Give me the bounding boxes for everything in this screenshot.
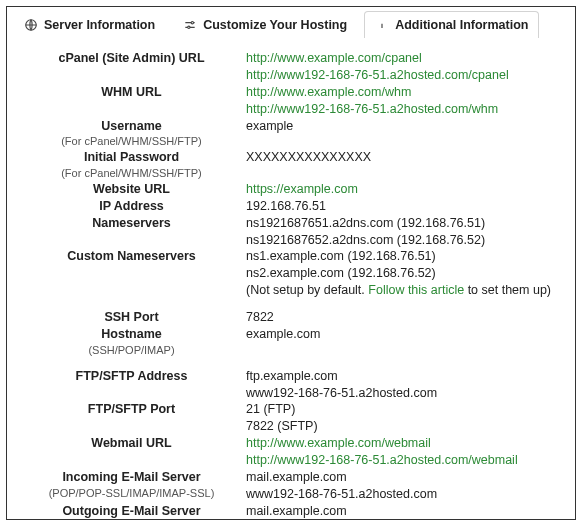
row-webmail-url: Webmail URL http://www.example.com/webma… — [21, 435, 561, 469]
whm-url-primary-link[interactable]: http://www.example.com/whm — [246, 85, 411, 99]
field-label: Hostname — [21, 326, 242, 343]
ftp-port-2: 7822 (SFTP) — [246, 418, 561, 435]
webmail-url-primary-link[interactable]: http://www.example.com/webmail — [246, 436, 431, 450]
additional-info-panel: cPanel (Site Admin) URL http://www.examp… — [7, 38, 575, 520]
field-label: Website URL — [21, 181, 242, 198]
row-website-url: Website URL https://example.com — [21, 181, 561, 198]
tab-additional-information[interactable]: Additional Information — [364, 11, 539, 38]
field-sublabel: (For cPanel/WHM/SSH/FTP) — [21, 134, 242, 149]
username-value: example — [246, 118, 561, 135]
svg-point-1 — [191, 22, 193, 24]
field-label: WHM URL — [21, 84, 242, 101]
incoming-mail-1: mail.example.com — [246, 469, 561, 486]
webmail-url-alt-link[interactable]: http://www192-168-76-51.a2hosted.com/web… — [246, 453, 518, 467]
row-cpanel-url: cPanel (Site Admin) URL http://www.examp… — [21, 50, 561, 84]
ip-address-value: 192.168.76.51 — [246, 198, 561, 215]
field-sublabel: (POP/POP-SSL/IMAP/IMAP-SSL) — [21, 486, 242, 501]
note-text-post: to set them up) — [464, 283, 551, 297]
row-ftp-address: FTP/SFTP Address ftp.example.com www192-… — [21, 368, 561, 402]
row-initial-password: Initial Password (For cPanel/WHM/SSH/FTP… — [21, 149, 561, 181]
field-label: IP Address — [21, 198, 242, 215]
outgoing-mail-1: mail.example.com — [246, 503, 561, 520]
sliders-icon — [183, 18, 197, 32]
tab-label: Additional Information — [395, 18, 528, 32]
custom-nameserver-help-link[interactable]: Follow this article — [368, 283, 464, 297]
globe-icon — [24, 18, 38, 32]
row-ftp-port: FTP/SFTP Port 21 (FTP) 7822 (SFTP) — [21, 401, 561, 435]
field-label: Initial Password — [21, 149, 242, 166]
cpanel-url-alt-link[interactable]: http://www192-168-76-51.a2hosted.com/cpa… — [246, 68, 509, 82]
field-label: Incoming E-Mail Server — [21, 469, 242, 486]
row-whm-url: WHM URL http://www.example.com/whm http:… — [21, 84, 561, 118]
ftp-address-1: ftp.example.com — [246, 368, 561, 385]
tab-label: Customize Your Hosting — [203, 18, 347, 32]
ftp-address-2: www192-168-76-51.a2hosted.com — [246, 385, 561, 402]
custom-nameserver-2: ns2.example.com (192.168.76.52) — [246, 265, 561, 282]
custom-nameserver-note: (Not setup by default. Follow this artic… — [246, 282, 561, 299]
row-nameservers: Nameservers ns1921687651.a2dns.com (192.… — [21, 215, 561, 249]
field-label: FTP/SFTP Port — [21, 401, 242, 418]
field-label: Webmail URL — [21, 435, 242, 452]
note-text-pre: (Not setup by default. — [246, 283, 368, 297]
field-label: Outgoing E-Mail Server — [21, 503, 242, 520]
nameserver-1: ns1921687651.a2dns.com (192.168.76.51) — [246, 215, 561, 232]
tab-customize-hosting[interactable]: Customize Your Hosting — [172, 11, 358, 38]
ftp-port-1: 21 (FTP) — [246, 401, 561, 418]
row-ip-address: IP Address 192.168.76.51 — [21, 198, 561, 215]
info-icon — [375, 18, 389, 32]
whm-url-alt-link[interactable]: http://www192-168-76-51.a2hosted.com/whm — [246, 102, 498, 116]
field-label: SSH Port — [21, 309, 242, 326]
ssh-port-value: 7822 — [246, 309, 561, 326]
row-username: Username (For cPanel/WHM/SSH/FTP) exampl… — [21, 118, 561, 150]
row-outgoing-mail: Outgoing E-Mail Server (SMTP/SMTP-SSL) m… — [21, 503, 561, 520]
tab-bar: Server Information Customize Your Hostin… — [7, 7, 575, 38]
field-label: Nameservers — [21, 215, 242, 232]
field-sublabel: (SSH/POP/IMAP) — [21, 343, 242, 358]
svg-point-2 — [188, 26, 190, 28]
row-ssh-port: SSH Port 7822 — [21, 309, 561, 326]
field-label: FTP/SFTP Address — [21, 368, 242, 385]
cpanel-url-primary-link[interactable]: http://www.example.com/cpanel — [246, 51, 422, 65]
field-label: Custom Nameservers — [21, 248, 242, 265]
field-sublabel: (For cPanel/WHM/SSH/FTP) — [21, 166, 242, 181]
row-custom-nameservers: Custom Nameservers ns1.example.com (192.… — [21, 248, 561, 299]
initial-password-value: XXXXXXXXXXXXXXX — [246, 149, 561, 166]
row-incoming-mail: Incoming E-Mail Server (POP/POP-SSL/IMAP… — [21, 469, 561, 503]
field-label: Username — [21, 118, 242, 135]
row-hostname: Hostname (SSH/POP/IMAP) example.com — [21, 326, 561, 358]
hostname-value: example.com — [246, 326, 561, 343]
field-label: cPanel (Site Admin) URL — [21, 50, 242, 67]
nameserver-2: ns1921687652.a2dns.com (192.168.76.52) — [246, 232, 561, 249]
hosting-info-panel: Server Information Customize Your Hostin… — [6, 6, 576, 520]
incoming-mail-2: www192-168-76-51.a2hosted.com — [246, 486, 561, 503]
custom-nameserver-1: ns1.example.com (192.168.76.51) — [246, 248, 561, 265]
tab-label: Server Information — [44, 18, 155, 32]
website-url-link[interactable]: https://example.com — [246, 182, 358, 196]
tab-server-information[interactable]: Server Information — [13, 11, 166, 38]
